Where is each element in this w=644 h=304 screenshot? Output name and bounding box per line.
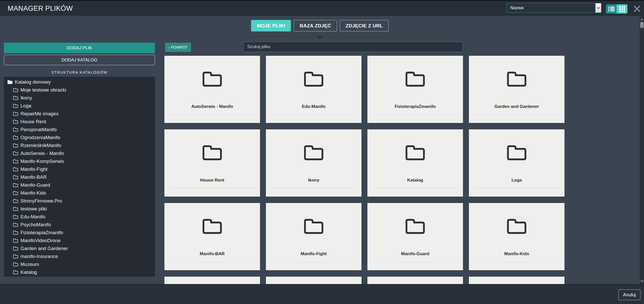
add-catalog-button[interactable]: DODAJ KATALOG: [4, 55, 155, 65]
folder-card-label: Manifo-BAR: [164, 251, 260, 256]
cancel-button[interactable]: Anuluj: [618, 289, 640, 300]
card-divider: [473, 188, 561, 188]
folder-card-fizioterapiazmanifo[interactable]: FizioterapiaZmanifo: [367, 56, 463, 123]
tree-item-manifo-fight[interactable]: Manifo-Fight: [4, 165, 155, 173]
folder-icon: [13, 246, 18, 251]
folder-card-label: Loga: [469, 178, 564, 183]
folder-card-house-rent[interactable]: House Rent: [164, 129, 260, 197]
list-view-button[interactable]: [606, 4, 617, 14]
folder-card-loga[interactable]: Loga: [469, 129, 564, 197]
active-tab-caret-icon: [317, 36, 323, 39]
footer-bar: Anuluj: [0, 284, 644, 304]
folder-icon: [13, 231, 18, 235]
tree-item-manifo-kids[interactable]: Manifo-Kids: [4, 189, 155, 197]
tree-title: STRUKTURA KATALOGÓW: [4, 70, 155, 74]
folder-card-label: Ikony: [266, 178, 361, 183]
tree-item-loga[interactable]: Loga: [4, 102, 155, 110]
back-button[interactable]: ‹ POWRÓT: [165, 43, 191, 52]
tree-item-edu-manifo[interactable]: Edu-Manifo: [4, 213, 155, 221]
tree-item-label: manifo-Insurance: [20, 254, 58, 259]
scroll-down-icon[interactable]: [640, 279, 644, 283]
folder-card-manifo-bar[interactable]: Manifo-BAR: [164, 203, 260, 270]
tab-baza-zdj[interactable]: BAZA ZDJĘĆ: [294, 20, 337, 31]
folder-card-label: FizioterapiaZmanifo: [367, 104, 463, 109]
tree-item-label: House Rent: [20, 119, 46, 125]
tree-item-label: Manifo-KompSerwis: [20, 159, 64, 164]
tab-zdj-cie-z-url[interactable]: ZDJĘCIE Z URL: [340, 20, 389, 31]
sort-select[interactable]: Nazwa: [506, 3, 601, 13]
tree-item-label: testowe pliki: [20, 206, 47, 212]
tab-moje-pliki[interactable]: MOJE PLIKI: [251, 20, 291, 31]
folder-card-autoserwis-manifo[interactable]: AutoSerwis - Manifo: [164, 56, 260, 123]
tree-item-label: ManifoVideoDrone: [20, 238, 61, 243]
directory-tree: Katalog domowy Moje testowe obrazki Ikon…: [4, 77, 155, 277]
tree-item-manifo-insurance[interactable]: manifo-Insurance: [4, 252, 155, 260]
tree-item-manifo-kompserwis[interactable]: Manifo-KompSerwis: [4, 157, 155, 165]
folder-icon: [13, 207, 18, 211]
tree-item-label: Manifo-Guard: [20, 182, 50, 188]
folder-card-label: Garden and Gardener: [469, 104, 564, 109]
folder-card-katalog[interactable]: Katalog: [367, 129, 463, 197]
folder-card-manifo-fight[interactable]: Manifo-Fight: [266, 203, 361, 270]
tree-item-fizioterapiazmanifo[interactable]: FizioterapiaZmanifo: [4, 229, 155, 237]
folder-card-label: Manifo-Guard: [367, 251, 463, 256]
card-divider: [371, 262, 459, 262]
tree-item-katalog[interactable]: Katalog: [4, 268, 155, 276]
folder-card-manifo-guard[interactable]: Manifo-Guard: [367, 203, 463, 270]
folder-card-garden-and-gardener[interactable]: Garden and Gardener: [469, 56, 564, 123]
tree-item-psychomanifo[interactable]: PsychoManifo: [4, 221, 155, 229]
folder-card-label: Edu-Manifo: [266, 104, 361, 109]
folder-card-edu-manifo[interactable]: Edu-Manifo: [266, 56, 361, 123]
scrollbar-thumb[interactable]: [640, 22, 643, 28]
card-divider: [371, 188, 459, 188]
folder-icon: [13, 215, 18, 219]
tree-item-label: Katalog: [20, 269, 37, 275]
tree-item-label: Muzeum: [20, 262, 39, 267]
tree-item-rzemie-lnikmanifo[interactable]: RzemieślnikManifo: [4, 141, 155, 149]
tree-item-label: Loga: [20, 103, 31, 109]
tab-divider: [0, 36, 640, 36]
scrollbar[interactable]: [640, 16, 644, 284]
tree-item-house-rent[interactable]: House Rent: [4, 118, 155, 126]
card-divider: [473, 262, 561, 262]
scroll-up-icon[interactable]: [640, 18, 644, 21]
add-file-button[interactable]: DODAJ PLIK: [4, 43, 155, 53]
tree-item-manifovideodrone[interactable]: ManifoVideoDrone: [4, 237, 155, 244]
tree-item-ikony[interactable]: Ikony: [4, 94, 155, 102]
tree-item-manifo-bar[interactable]: Manifo-BAR: [4, 173, 155, 181]
sort-select-value: Nazwa: [507, 5, 595, 10]
tree-item-testowe-pliki[interactable]: testowe pliki: [4, 205, 155, 213]
folder-card-manifo-kids[interactable]: Manifo-Kids: [469, 203, 564, 270]
tree-item-manifo-guard[interactable]: Manifo-Guard: [4, 181, 155, 189]
search-input[interactable]: [243, 42, 463, 52]
tree-item-moje-testowe-obrazki[interactable]: Moje testowe obrazki: [4, 86, 155, 94]
folder-icon: [304, 71, 324, 87]
tree-item-muzeum[interactable]: Muzeum: [4, 260, 155, 268]
folder-icon: [13, 175, 18, 179]
tree-item-pensjonatmanifo[interactable]: PensjonatManifo: [4, 126, 155, 133]
tree-item-label: Katalog domowy: [15, 79, 51, 85]
folder-icon: [13, 199, 18, 203]
card-divider: [168, 188, 256, 188]
tree-item-label: Edu-Manifo: [20, 214, 45, 220]
tab-bar: MOJE PLIKIBAZA ZDJĘĆZDJĘCIE Z URL: [0, 20, 640, 31]
close-button[interactable]: [633, 5, 641, 13]
folder-card-ikony[interactable]: Ikony: [266, 129, 361, 197]
grid-view-button[interactable]: [617, 4, 627, 14]
folder-icon: [202, 145, 222, 161]
card-divider: [270, 262, 358, 262]
tree-item-label: Garden and Gardener: [20, 246, 68, 251]
folder-icon: [13, 159, 18, 163]
tree-item-repairme-images[interactable]: RepairMe images: [4, 110, 155, 118]
folder-icon: [304, 219, 324, 234]
tree-item-garden-and-gardener[interactable]: Garden and Gardener: [4, 244, 155, 252]
tree-item-stronyfirmowe-pro[interactable]: StronyFirmowe.Pro: [4, 197, 155, 205]
tree-item-katalog-domowy[interactable]: Katalog domowy: [4, 78, 155, 86]
tree-item-autoserwis-manifo[interactable]: AutoSerwis - Manifo: [4, 149, 155, 157]
folder-icon: [507, 71, 527, 87]
folder-grid: AutoSerwis - Manifo Edu-Manifo Fiziotera…: [164, 56, 565, 304]
select-chevron-icon[interactable]: [595, 3, 601, 13]
folder-icon: [13, 96, 18, 100]
folder-icon: [13, 128, 18, 132]
tree-item-ogrodzeniamanifo[interactable]: OgrodzeniaManifo: [4, 133, 155, 141]
